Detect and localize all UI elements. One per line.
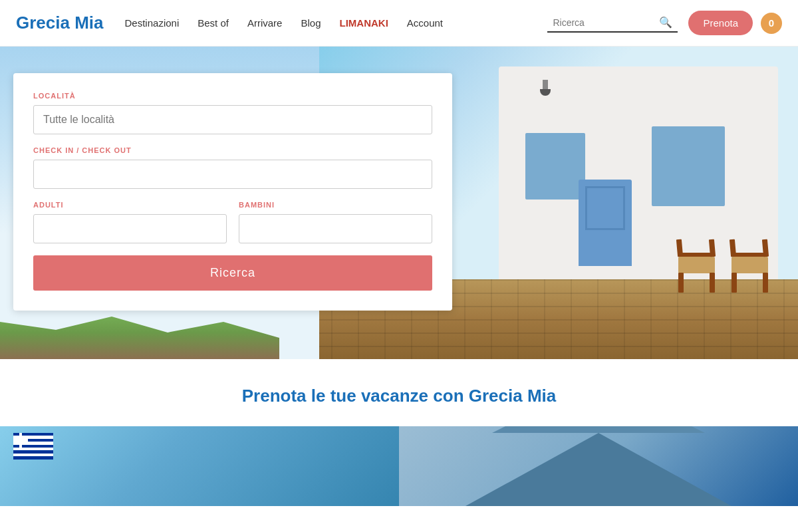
greek-flag: [13, 433, 53, 460]
svg-rect-7: [732, 257, 768, 273]
outdoor-chairs: [672, 233, 791, 299]
nav-best-of[interactable]: Best of: [198, 17, 229, 29]
header: Grecia Mia Destinazioni Best of Arrivare…: [0, 0, 798, 47]
nav-limanaki[interactable]: LIMANAKI: [339, 17, 388, 29]
logo[interactable]: Grecia Mia: [16, 13, 104, 33]
children-label: BAMBINI: [239, 201, 432, 209]
svg-rect-10: [730, 239, 736, 257]
svg-rect-8: [732, 273, 737, 293]
nav-destinazioni[interactable]: Destinazioni: [125, 17, 180, 29]
search-box: 🔍: [547, 13, 678, 33]
section-title-prefix: Prenota le tue vacanze con: [242, 386, 469, 406]
section-title-highlight: Grecia Mia: [469, 386, 557, 406]
children-input[interactable]: 0: [239, 214, 432, 243]
svg-rect-6: [732, 253, 768, 257]
wall-lamp: [539, 80, 552, 96]
svg-rect-0: [678, 253, 715, 257]
svg-rect-9: [763, 273, 768, 293]
svg-rect-4: [676, 239, 683, 257]
cart-badge[interactable]: 0: [761, 13, 782, 34]
checkin-input[interactable]: -: [33, 160, 432, 189]
house-door: [579, 180, 632, 266]
house-window-left: [525, 133, 585, 200]
nav-account[interactable]: Account: [407, 17, 443, 29]
checkin-label: CHECK IN / CHECK OUT: [33, 146, 432, 154]
search-icon[interactable]: 🔍: [659, 16, 672, 29]
card-grid: [0, 426, 798, 506]
locality-label: LOCALITÀ: [33, 92, 432, 100]
svg-rect-3: [710, 273, 715, 293]
prenota-button[interactable]: Prenota: [688, 11, 753, 35]
main-nav: Destinazioni Best of Arrivare Blog LIMAN…: [125, 17, 548, 29]
search-form: LOCALITÀ CHECK IN / CHECK OUT - ADULTI 1…: [13, 73, 452, 311]
adults-label: ADULTI: [33, 201, 227, 209]
svg-rect-1: [678, 257, 715, 273]
nav-arrivare[interactable]: Arrivare: [247, 17, 283, 29]
svg-rect-2: [678, 273, 684, 293]
locality-input[interactable]: [33, 105, 432, 134]
mountain-shape: [466, 433, 732, 506]
children-col: BAMBINI 0: [239, 201, 432, 243]
adults-input[interactable]: 1: [33, 214, 227, 243]
house-window-right: [652, 126, 725, 206]
card-mountain[interactable]: [399, 426, 798, 506]
section-title: Prenota le tue vacanze con Grecia Mia: [0, 359, 798, 426]
search-button[interactable]: Ricerca: [33, 255, 432, 291]
adults-col: ADULTI 1: [33, 201, 227, 243]
card-greece-flag[interactable]: [0, 426, 399, 506]
guests-row: ADULTI 1 BAMBINI 0: [33, 201, 432, 243]
search-input[interactable]: [553, 17, 659, 28]
hero-section: LOCALITÀ CHECK IN / CHECK OUT - ADULTI 1…: [0, 47, 798, 359]
nav-blog[interactable]: Blog: [301, 17, 321, 29]
